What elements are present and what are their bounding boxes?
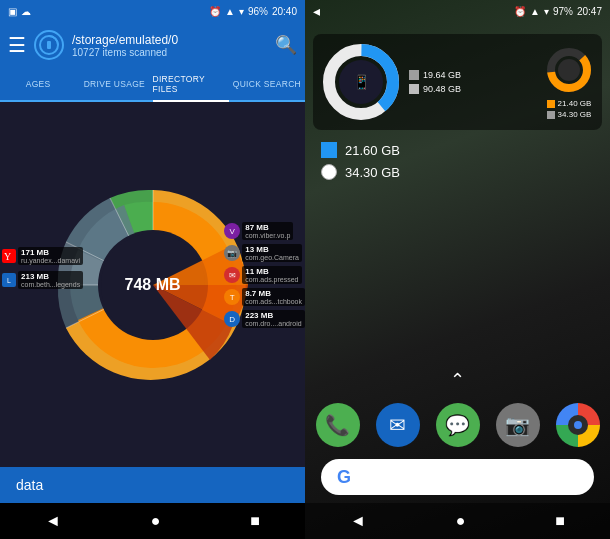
mini-widget: 21.40 GB 34.30 GB xyxy=(544,45,594,119)
status-right-info: ⏰ ▲ ▾ 97% 20:47 xyxy=(514,6,602,17)
wifi-icon: ▾ xyxy=(239,6,244,17)
mini-stat-1: 21.40 GB xyxy=(547,99,592,108)
main-donut: 📱 xyxy=(321,42,401,122)
status-bar-right-info: ⏰ ▲ ▾ 96% 20:40 xyxy=(209,6,297,17)
time-right: 20:47 xyxy=(577,6,602,17)
mini-value-1: 21.40 GB xyxy=(558,99,592,108)
google-search-bar[interactable]: G xyxy=(321,459,594,495)
donut-center-icon: 📱 xyxy=(353,74,370,90)
stat-value-1: 19.64 GB xyxy=(423,70,461,80)
time-left: 20:40 xyxy=(272,6,297,17)
status-left-icon: ◂ xyxy=(313,3,320,19)
signal-icon: ▲ xyxy=(225,6,235,17)
cloud-icon: ☁ xyxy=(21,6,31,17)
back-button-right[interactable]: ◄ xyxy=(350,512,366,530)
svg-rect-1 xyxy=(47,41,51,49)
chart-labels-right: V 87 MB com.viber.vo.p 📷 13 MB com.geo.C… xyxy=(224,222,305,328)
google-logo: G xyxy=(337,467,351,488)
mini-value-2: 34.30 GB xyxy=(558,110,592,119)
menu-button[interactable]: ☰ xyxy=(8,33,26,57)
label-legends: L 213 MB com.beth...legends xyxy=(2,271,83,289)
home-button-left[interactable]: ● xyxy=(151,512,161,530)
dock-camera-icon[interactable]: 📷 xyxy=(496,403,540,447)
home-button-right[interactable]: ● xyxy=(456,512,466,530)
toolbar-path: /storage/emulated/0 10727 items scanned xyxy=(72,33,267,58)
storage-color-white xyxy=(321,164,337,180)
alarm-icon: ⏰ xyxy=(209,6,221,17)
storage-row-blue: 21.60 GB xyxy=(321,142,594,158)
home-bottom: ⌃ 📞 ✉ 💬 📷 G xyxy=(305,369,610,539)
label-camera: 📷 13 MB com.geo.Camera xyxy=(224,244,305,262)
mini-color-1 xyxy=(547,100,555,108)
status-bar-left-icons: ▣ ☁ xyxy=(8,6,31,17)
dock-chrome-icon[interactable] xyxy=(556,403,600,447)
svg-point-15 xyxy=(558,59,580,81)
tab-drive-usage[interactable]: DRIVE USAGE xyxy=(76,68,152,100)
search-button[interactable]: 🔍 xyxy=(275,34,297,56)
signal-icon-right: ▲ xyxy=(530,6,540,17)
bottom-tab-label: data xyxy=(16,477,43,493)
storage-summary: 21.60 GB 34.30 GB xyxy=(313,142,602,186)
dock-phone-icon[interactable]: 📞 xyxy=(316,403,360,447)
nav-bar-left: ◄ ● ■ xyxy=(0,503,305,539)
stat-color-1 xyxy=(409,70,419,80)
widget-area: 📱 19.64 GB 90.48 GB xyxy=(313,30,602,134)
label-dropbox: D 223 MB com.dro....android xyxy=(224,310,305,328)
app-icon xyxy=(34,30,64,60)
search-bar-row: G xyxy=(305,455,610,503)
tab-ages[interactable]: AGES xyxy=(0,68,76,100)
wifi-icon-right: ▾ xyxy=(544,6,549,17)
tab-directory-files[interactable]: DIRECTORY FILES xyxy=(153,68,229,102)
stat-color-2 xyxy=(409,84,419,94)
chart-center-label: 748 MB xyxy=(124,276,180,294)
stat-row-2: 90.48 GB xyxy=(409,84,461,94)
mini-stat-2: 34.30 GB xyxy=(547,110,592,119)
stat-row-1: 19.64 GB xyxy=(409,70,461,80)
label-mail: ✉ 11 MB com.ads.pressed xyxy=(224,266,305,284)
recents-button-left[interactable]: ■ xyxy=(250,512,260,530)
back-button-left[interactable]: ◄ xyxy=(45,512,61,530)
alarm-icon-right: ⏰ xyxy=(514,6,526,17)
recents-button-right[interactable]: ■ xyxy=(555,512,565,530)
left-panel: ▣ ☁ ⏰ ▲ ▾ 96% 20:40 ☰ /storage/emulated/… xyxy=(0,0,305,539)
storage-row-white: 34.30 GB xyxy=(321,164,594,180)
mini-color-2 xyxy=(547,111,555,119)
dock-row: 📞 ✉ 💬 📷 xyxy=(305,395,610,455)
stat-value-2: 90.48 GB xyxy=(423,84,461,94)
app-drawer-button[interactable]: ⌃ xyxy=(450,369,465,391)
tabs-bar: AGES DRIVE USAGE DIRECTORY FILES QUICK S… xyxy=(0,68,305,102)
right-panel: ◂ ⏰ ▲ ▾ 97% 20:47 xyxy=(305,0,610,539)
right-content: 📱 19.64 GB 90.48 GB xyxy=(305,22,610,369)
path-text: /storage/emulated/0 xyxy=(72,33,267,47)
battery-right: 97% xyxy=(553,6,573,17)
chevron-row: ⌃ xyxy=(305,369,610,391)
chart-labels-left: 171 MB ru.yandex...damavi L 213 MB com.b… xyxy=(2,247,83,289)
tab-quick-search[interactable]: QUICK SEARCH xyxy=(229,68,305,100)
nav-bar-right: ◄ ● ■ xyxy=(305,503,610,539)
chart-area: 748 MB V 87 MB com.viber.vo.p 📷 13 MB co… xyxy=(0,102,305,467)
mini-donut-svg xyxy=(544,45,594,95)
donut-stats: 19.64 GB 90.48 GB xyxy=(409,70,461,94)
storage-value-blue: 21.60 GB xyxy=(345,143,400,158)
storage-widget: 📱 19.64 GB 90.48 GB xyxy=(313,34,602,130)
bottom-bar-left: data xyxy=(0,467,305,503)
status-bar-left: ▣ ☁ ⏰ ▲ ▾ 96% 20:40 xyxy=(0,0,305,22)
battery-left: 96% xyxy=(248,6,268,17)
toolbar-left: ☰ /storage/emulated/0 10727 items scanne… xyxy=(0,22,305,68)
mini-stats: 21.40 GB 34.30 GB xyxy=(547,99,592,119)
items-count: 10727 items scanned xyxy=(72,47,267,58)
dock-messages-icon[interactable]: 💬 xyxy=(436,403,480,447)
label-tchbook: T 8.7 MB com.ads...tchbook xyxy=(224,288,305,306)
storage-value-white: 34.30 GB xyxy=(345,165,400,180)
dock-mail-icon[interactable]: ✉ xyxy=(376,403,420,447)
status-bar-right: ◂ ⏰ ▲ ▾ 97% 20:47 xyxy=(305,0,610,22)
label-yandex: 171 MB ru.yandex...damavi xyxy=(2,247,83,265)
storage-color-blue xyxy=(321,142,337,158)
label-viber: V 87 MB com.viber.vo.p xyxy=(224,222,305,240)
notification-icon: ▣ xyxy=(8,6,17,17)
